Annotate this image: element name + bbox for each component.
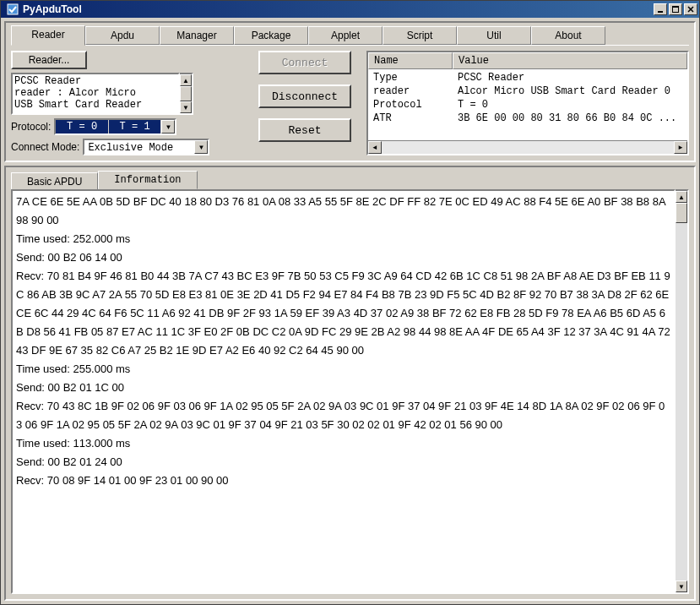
protocol-select[interactable]: T = 0 T = 1 ▼ [54, 118, 176, 135]
scroll-up-icon[interactable]: ▲ [180, 74, 192, 86]
tab-applet[interactable]: Applet [308, 26, 383, 45]
log-line: Send: 00 B2 06 14 00 [16, 251, 122, 264]
tab-reader[interactable]: Reader [11, 25, 85, 46]
dropdown-icon[interactable]: ▼ [194, 140, 208, 154]
info-header-value[interactable]: Value [453, 52, 687, 69]
scroll-right-icon[interactable]: ► [674, 141, 687, 154]
tab-util[interactable]: Util [457, 26, 531, 45]
log-textarea[interactable]: 7A CE 6E 5E AA 0B 5D BF DC 40 18 80 D3 7… [11, 189, 676, 594]
reader-list-scrollbar[interactable]: ▲ ▼ [180, 73, 193, 115]
svg-rect-0 [8, 4, 18, 14]
table-row: readerAlcor Micro USB Smart Card Reader … [373, 84, 682, 98]
reader-listbox[interactable]: PCSC Reader reader : Alcor Micro USB Sma… [11, 73, 180, 115]
log-line: Send: 00 B2 01 24 00 [16, 455, 122, 468]
table-row: ProtocolT = 0 [373, 98, 682, 112]
log-line: 7A CE 6E 5E AA 0B 5D BF DC 40 18 80 D3 7… [16, 195, 669, 226]
titlebar: PyApduTool [1, 1, 699, 18]
action-buttons-column: Connect Disconnect Reset [250, 51, 360, 155]
info-header-name[interactable]: Name [368, 52, 453, 69]
connect-mode-label: Connect Mode: [11, 141, 79, 153]
connect-mode-combo[interactable]: Exclusive Mode ▼ [83, 139, 209, 155]
info-table: Name Value TypePCSC Reader readerAlcor M… [366, 51, 689, 155]
protocol-label: Protocol: [11, 121, 51, 133]
tab-information[interactable]: Information [98, 171, 197, 189]
tab-package[interactable]: Package [234, 26, 308, 45]
scroll-down-icon[interactable]: ▼ [676, 580, 687, 592]
maximize-button[interactable] [669, 3, 682, 15]
reset-button[interactable]: Reset [258, 118, 351, 142]
svg-rect-3 [672, 6, 679, 8]
tab-basic-apdu[interactable]: Basic APDU [11, 172, 98, 191]
scroll-up-icon[interactable]: ▲ [676, 191, 687, 203]
info-header: Name Value [368, 52, 687, 69]
window-title: PyApduTool [23, 3, 652, 15]
reader-config-column: Reader... PCSC Reader reader : Alcor Mic… [11, 51, 243, 155]
main-window: PyApduTool Reader Apdu Manager Package A… [0, 0, 700, 605]
lower-panel: Basic APDU Information 7A CE 6E 5E AA 0B… [4, 166, 696, 601]
upper-panel: Reader Apdu Manager Package Applet Scrip… [4, 21, 696, 162]
minimize-button[interactable] [654, 3, 667, 15]
protocol-option-t1[interactable]: T = 1 [109, 120, 162, 134]
log-line: Recv: 70 81 B4 9F 46 81 B0 44 3B 7A C7 4… [16, 270, 673, 357]
log-vscrollbar[interactable]: ▲ ▼ [676, 189, 689, 594]
log-line: Send: 00 B2 01 1C 00 [16, 381, 124, 394]
app-icon [6, 3, 19, 16]
close-button[interactable] [684, 3, 697, 15]
dropdown-icon[interactable]: ▼ [161, 120, 175, 134]
connect-mode-value: Exclusive Mode [84, 140, 194, 154]
content-area: Reader Apdu Manager Package Applet Scrip… [1, 18, 699, 604]
connect-button[interactable]: Connect [258, 51, 351, 74]
log-line: Recv: 70 08 9F 14 01 00 9F 23 01 00 90 0… [16, 474, 229, 487]
table-row: TypePCSC Reader [373, 71, 682, 84]
main-tabstrip: Reader Apdu Manager Package Applet Scrip… [11, 26, 689, 46]
info-hscrollbar[interactable]: ◄ ► [368, 140, 687, 154]
protocol-option-t0[interactable]: T = 0 [56, 120, 109, 134]
svg-rect-1 [658, 11, 663, 13]
log-line: Time used: 252.000 ms [16, 232, 130, 245]
tab-about[interactable]: About [531, 26, 605, 45]
scroll-down-icon[interactable]: ▼ [180, 101, 192, 113]
tab-apdu[interactable]: Apdu [85, 26, 160, 45]
log-line: Time used: 255.000 ms [16, 362, 130, 375]
tab-script[interactable]: Script [383, 26, 457, 45]
disconnect-button[interactable]: Disconnect [258, 84, 351, 108]
tab-manager[interactable]: Manager [160, 26, 234, 45]
lower-tabstrip: Basic APDU Information [11, 171, 689, 189]
info-body: TypePCSC Reader readerAlcor Micro USB Sm… [368, 69, 687, 140]
scroll-left-icon[interactable]: ◄ [368, 141, 382, 154]
table-row: ATR3B 6E 00 00 80 31 80 66 B0 84 0C ... [373, 112, 682, 125]
log-line: Recv: 70 43 8C 1B 9F 02 06 9F 03 06 9F 1… [16, 400, 665, 431]
log-line: Time used: 113.000 ms [16, 437, 130, 450]
reader-select-button[interactable]: Reader... [11, 51, 87, 69]
info-column: Name Value TypePCSC Reader readerAlcor M… [366, 51, 689, 155]
